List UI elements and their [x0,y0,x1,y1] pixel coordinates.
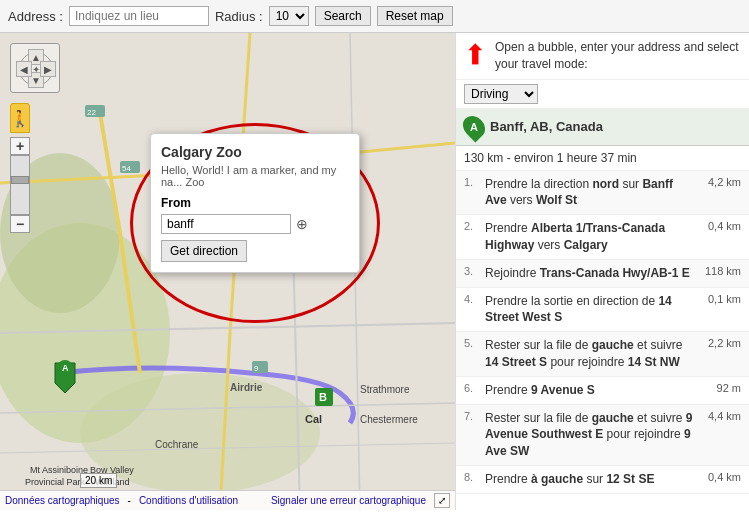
fullscreen-icon[interactable]: ⤢ [434,493,450,508]
direction-text: Rester sur la file de gauche et suivre 1… [485,337,696,371]
direction-distance: 4,4 km [701,410,741,422]
direction-number: 7. [464,410,480,422]
direction-item: 6. Prendre 9 Avenue S 92 m [456,377,749,405]
direction-text: Prendre à gauche sur 12 St SE [485,471,696,488]
direction-item: 2. Prendre Alberta 1/Trans-Canada Highwa… [456,215,749,260]
direction-text: Prendre la sortie en direction de 14 Str… [485,293,696,327]
radius-label: Radius : [215,9,263,24]
popup-description: Hello, World! I am a marker, and my na..… [161,164,349,188]
directions-list: 1. Prendre la direction nord sur Banff A… [456,171,749,494]
svg-text:54: 54 [122,164,131,173]
hint-section: ⬇ Open a bubble, enter your address and … [456,33,749,80]
travel-mode-select[interactable]: Driving Walking Bicycling [464,84,538,104]
direction-item: 7. Rester sur la file de gauche et suivr… [456,405,749,466]
direction-number: 1. [464,176,480,188]
svg-text:Cochrane: Cochrane [155,439,199,450]
street-view-icon[interactable]: 🚶 [10,103,30,133]
pan-left-button[interactable]: ◀ [16,61,32,77]
right-panel: ⬇ Open a bubble, enter your address and … [455,33,749,510]
route-summary: 130 km - environ 1 heure 37 min [456,146,749,171]
direction-item: 8. Prendre à gauche sur 12 St SE 0,4 km [456,466,749,494]
direction-distance: 0,4 km [701,471,741,483]
svg-text:22: 22 [87,108,96,117]
map-scale: 20 km [80,473,117,488]
popup-title: Calgary Zoo [161,144,349,160]
zoom-in-button[interactable]: + [10,137,30,155]
map-navigation: ✦ ▲ ▼ ◀ ▶ [10,43,60,93]
direction-distance: 0,1 km [701,293,741,305]
locate-icon[interactable]: ⊕ [296,216,308,232]
svg-text:B: B [319,391,327,403]
direction-number: 3. [464,265,480,277]
search-button[interactable]: Search [315,6,371,26]
get-direction-button[interactable]: Get direction [161,240,247,262]
destination-text: Banff, AB, Canada [490,119,603,134]
reset-map-button[interactable]: Reset map [377,6,453,26]
direction-text: Prendre la direction nord sur Banff Ave … [485,176,696,210]
map-attribution: Données cartographiques - Conditions d'u… [0,490,455,510]
svg-text:Strathmore: Strathmore [360,384,410,395]
zoom-controls: 🚶 + − [10,103,30,233]
popup-from-label: From [161,196,349,210]
svg-text:Airdrie: Airdrie [230,382,263,393]
address-input[interactable] [69,6,209,26]
svg-text:Cal: Cal [305,413,322,425]
from-input[interactable] [161,214,291,234]
direction-number: 5. [464,337,480,349]
report-error-link[interactable]: Signaler une erreur cartographique [271,495,426,506]
direction-number: 6. [464,382,480,394]
terms-link[interactable]: Conditions d'utilisation [139,495,238,506]
svg-text:A: A [62,363,69,373]
direction-distance: 4,2 km [701,176,741,188]
direction-item: 4. Prendre la sortie en direction de 14 … [456,288,749,333]
svg-text:Provincial Park: Provincial Park [25,477,86,487]
direction-text: Rester sur la file de gauche et suivre 9… [485,410,696,460]
direction-text: Prendre Alberta 1/Trans-Canada Highway v… [485,220,696,254]
direction-distance: 92 m [701,382,741,394]
popup-bubble: Calgary Zoo Hello, World! I am a marker,… [150,133,360,273]
direction-text: Rejoindre Trans-Canada Hwy/AB-1 E [485,265,696,282]
direction-distance: 0,4 km [701,220,741,232]
zoom-slider[interactable] [10,155,30,215]
destination-row: A Banff, AB, Canada [456,109,749,146]
svg-text:Chestermere: Chestermere [360,414,418,425]
direction-distance: 118 km [701,265,741,277]
hint-text: Open a bubble, enter your address and se… [495,39,741,73]
direction-item: 3. Rejoindre Trans-Canada Hwy/AB-1 E 118… [456,260,749,288]
direction-number: 4. [464,293,480,305]
direction-distance: 2,2 km [701,337,741,349]
zoom-out-button[interactable]: − [10,215,30,233]
radius-select[interactable]: 10 5 20 50 [269,6,309,26]
direction-item: 5. Rester sur la file de gauche et suivr… [456,332,749,377]
direction-item: 1. Prendre la direction nord sur Banff A… [456,171,749,216]
pan-right-button[interactable]: ▶ [40,61,56,77]
marker-a-icon: A [458,111,489,142]
map-data-link[interactable]: Données cartographiques [5,495,120,506]
red-arrow-icon: ⬇ [464,39,487,67]
direction-text: Prendre 9 Avenue S [485,382,696,399]
direction-number: 8. [464,471,480,483]
travel-mode-row: Driving Walking Bicycling [456,80,749,109]
direction-number: 2. [464,220,480,232]
address-label: Address : [8,9,63,24]
map-container: 22 54 9 Airdrie Cochrane Chestermere Str… [0,33,455,510]
svg-text:9: 9 [254,364,259,373]
